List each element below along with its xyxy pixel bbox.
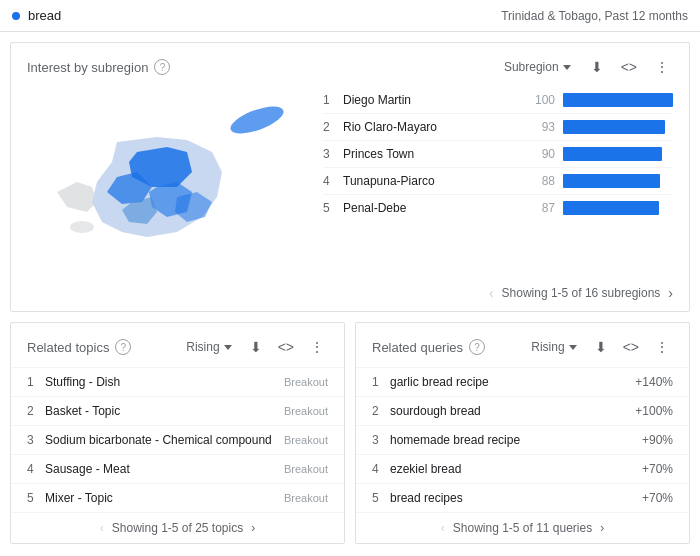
query-name: homemade bread recipe (390, 433, 642, 447)
query-name: bread recipes (390, 491, 642, 505)
topic-rank: 3 (27, 433, 45, 447)
rank-bar-container (563, 201, 673, 215)
map-svg (37, 92, 297, 262)
embed-icon[interactable]: <> (617, 55, 641, 79)
download-icon[interactable]: ⬇ (587, 55, 607, 79)
rank-row: 4 Tunapuna-Piarco 88 (323, 168, 673, 195)
region-label: Trinidad & Tobago, Past 12 months (501, 9, 688, 23)
query-row: 4 ezekiel bread +70% (356, 454, 689, 483)
related-queries-header-left: Related queries ? (372, 339, 485, 355)
topic-rank: 4 (27, 462, 45, 476)
topic-name: Mixer - Topic (45, 491, 284, 505)
query-rank: 1 (372, 375, 390, 389)
rank-bar-container (563, 120, 673, 134)
related-topics-rows: 1 Stuffing - Dish Breakout 2 Basket - To… (11, 367, 344, 512)
subregion-header-right: Subregion ⬇ <> ⋮ (498, 55, 673, 79)
query-rank: 3 (372, 433, 390, 447)
queries-next-icon[interactable]: › (600, 521, 604, 535)
queries-prev-icon[interactable]: ‹ (441, 521, 445, 535)
related-topics-header-right: Rising ⬇ <> ⋮ (180, 335, 328, 359)
share-icon[interactable]: ⋮ (651, 55, 673, 79)
topic-name: Sodium bicarbonate - Chemical compound (45, 433, 284, 447)
topics-download-icon[interactable]: ⬇ (246, 335, 266, 359)
topic-rank: 1 (27, 375, 45, 389)
svg-point-0 (227, 101, 286, 139)
chevron-down-icon (563, 65, 571, 70)
svg-point-8 (70, 221, 94, 233)
subregion-header-left: Interest by subregion ? (27, 59, 170, 75)
rank-row: 5 Penal-Debe 87 (323, 195, 673, 221)
rank-bar (563, 201, 659, 215)
topics-share-icon[interactable]: ⋮ (306, 335, 328, 359)
related-queries-help-icon[interactable]: ? (469, 339, 485, 355)
topic-name: Sausage - Meat (45, 462, 284, 476)
topic-badge: Breakout (284, 376, 328, 388)
query-pct: +100% (635, 404, 673, 418)
topic-badge: Breakout (284, 492, 328, 504)
blue-dot-icon (12, 12, 20, 20)
queries-pagination: ‹ Showing 1-5 of 11 queries › (356, 512, 689, 543)
rank-number: 2 (323, 120, 343, 134)
topic-row: 4 Sausage - Meat Breakout (11, 454, 344, 483)
queries-download-icon[interactable]: ⬇ (591, 335, 611, 359)
query-row: 2 sourdough bread +100% (356, 396, 689, 425)
query-name: sourdough bread (390, 404, 635, 418)
related-topics-help-icon[interactable]: ? (115, 339, 131, 355)
topic-rank: 5 (27, 491, 45, 505)
query-row: 5 bread recipes +70% (356, 483, 689, 512)
query-rank: 4 (372, 462, 390, 476)
topics-prev-icon[interactable]: ‹ (100, 521, 104, 535)
rank-row: 3 Princes Town 90 (323, 141, 673, 168)
queries-pagination-text: Showing 1-5 of 11 queries (453, 521, 592, 535)
related-topics-header: Related topics ? Rising ⬇ <> ⋮ (11, 323, 344, 367)
rankings: 1 Diego Martin 100 2 Rio Claro-Mayaro 93… (323, 87, 673, 267)
subregion-pagination: ‹ Showing 1-5 of 16 subregions › (11, 279, 689, 311)
rank-score: 88 (527, 174, 555, 188)
subregion-dropdown[interactable]: Subregion (498, 56, 577, 78)
topic-name: Stuffing - Dish (45, 375, 284, 389)
query-rank: 2 (372, 404, 390, 418)
top-bar: bread Trinidad & Tobago, Past 12 months (0, 0, 700, 32)
next-page-icon[interactable]: › (668, 285, 673, 301)
rank-bar-container (563, 93, 673, 107)
related-queries-dropdown[interactable]: Rising (525, 336, 582, 358)
subregion-header: Interest by subregion ? Subregion ⬇ <> ⋮ (11, 43, 689, 87)
rank-bar-container (563, 147, 673, 161)
topic-badge: Breakout (284, 434, 328, 446)
top-bar-left: bread (12, 8, 61, 23)
query-pct: +90% (642, 433, 673, 447)
topics-next-icon[interactable]: › (251, 521, 255, 535)
rank-bar (563, 174, 660, 188)
bottom-panels: Related topics ? Rising ⬇ <> ⋮ 1 Stuffin… (10, 322, 690, 544)
rank-score: 87 (527, 201, 555, 215)
prev-page-icon[interactable]: ‹ (489, 285, 494, 301)
topic-row: 2 Basket - Topic Breakout (11, 396, 344, 425)
topic-row: 3 Sodium bicarbonate - Chemical compound… (11, 425, 344, 454)
rank-bar (563, 120, 665, 134)
rank-bar (563, 93, 673, 107)
related-queries-rows: 1 garlic bread recipe +140% 2 sourdough … (356, 367, 689, 512)
rank-name: Princes Town (343, 147, 527, 161)
query-name: ezekiel bread (390, 462, 642, 476)
rank-score: 93 (527, 120, 555, 134)
queries-share-icon[interactable]: ⋮ (651, 335, 673, 359)
related-queries-header-right: Rising ⬇ <> ⋮ (525, 335, 673, 359)
subregion-help-icon[interactable]: ? (154, 59, 170, 75)
rank-bar (563, 147, 662, 161)
queries-embed-icon[interactable]: <> (619, 335, 643, 359)
related-topics-dropdown[interactable]: Rising (180, 336, 237, 358)
subregion-section: Interest by subregion ? Subregion ⬇ <> ⋮ (10, 42, 690, 312)
subregion-content: 1 Diego Martin 100 2 Rio Claro-Mayaro 93… (11, 87, 689, 279)
related-queries-heading: Related queries (372, 340, 463, 355)
related-queries-header: Related queries ? Rising ⬇ <> ⋮ (356, 323, 689, 367)
query-name: garlic bread recipe (390, 375, 635, 389)
rank-name: Diego Martin (343, 93, 527, 107)
rank-row: 2 Rio Claro-Mayaro 93 (323, 114, 673, 141)
topics-embed-icon[interactable]: <> (274, 335, 298, 359)
topic-row: 5 Mixer - Topic Breakout (11, 483, 344, 512)
svg-marker-1 (57, 182, 97, 212)
topic-name: Basket - Topic (45, 404, 284, 418)
topics-pagination-text: Showing 1-5 of 25 topics (112, 521, 243, 535)
pagination-text: Showing 1-5 of 16 subregions (502, 286, 661, 300)
topics-pagination: ‹ Showing 1-5 of 25 topics › (11, 512, 344, 543)
